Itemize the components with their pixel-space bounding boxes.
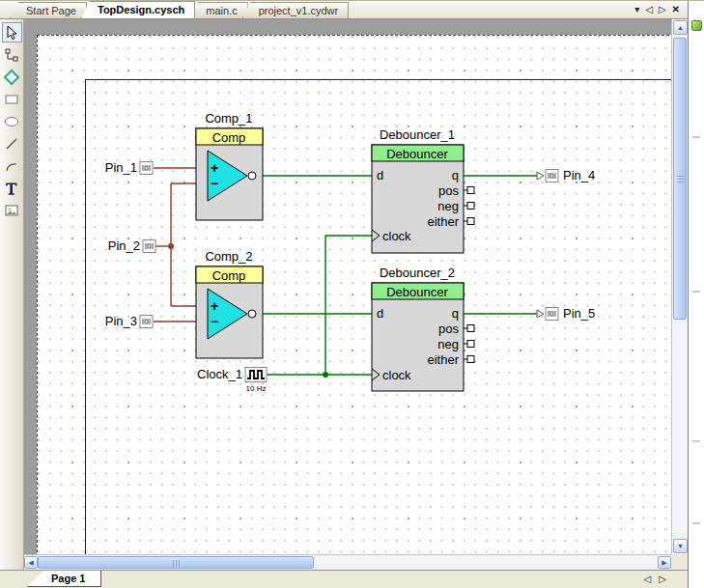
page-nav-controls: ◁ ▷: [644, 574, 666, 584]
close-icon[interactable]: ✕: [672, 3, 680, 16]
deb1-port-clock: clock: [382, 229, 411, 243]
schematic-editor-window: Start Page TopDesign.cysch main.c projec…: [0, 0, 704, 588]
nav-back-icon[interactable]: ◁: [645, 3, 653, 16]
ellipse-icon: [4, 114, 19, 129]
deb2-port-q: q: [452, 306, 459, 321]
tab-list-dropdown-icon[interactable]: ▾: [634, 3, 639, 16]
panel-mark: [692, 522, 700, 524]
text-tool-button[interactable]: [2, 178, 22, 198]
comp2-minus-input: −: [211, 314, 218, 329]
nav-forward-icon[interactable]: ▷: [659, 3, 666, 16]
deb1-port-pos: pos: [438, 183, 459, 198]
scroll-up-button[interactable]: ▲: [673, 20, 688, 35]
page-forward-icon[interactable]: ▷: [659, 574, 666, 584]
component-pin1[interactable]: Pin_1: [105, 160, 153, 175]
panel-mark: [692, 136, 700, 138]
pin5-icon: [546, 308, 558, 321]
diamond-tool-button[interactable]: [2, 67, 22, 87]
image-tool-button[interactable]: [2, 200, 22, 220]
schematic-canvas[interactable]: Comp_1 Comp + − Comp_2 Comp + −: [24, 19, 671, 554]
page-tab-strip: Page 1 ◁ ▷: [0, 570, 688, 588]
deb1-unconnected-terminals: [464, 187, 474, 225]
pin1-icon: [140, 162, 153, 175]
pin2-label: Pin_2: [108, 238, 140, 253]
component-debouncer1[interactable]: Debouncer_1 Debouncer d q pos neg either…: [372, 127, 474, 253]
arc-icon: [4, 158, 19, 174]
rectangle-tool-button[interactable]: [2, 89, 22, 109]
pin4-label: Pin_4: [563, 168, 595, 182]
component-debouncer2[interactable]: Debouncer_2 Debouncer d q pos neg either…: [372, 266, 474, 391]
image-icon: [4, 203, 19, 218]
ellipse-tool-button[interactable]: [2, 111, 22, 131]
scroll-right-button[interactable]: ▶: [658, 556, 671, 569]
deb1-instance-label: Debouncer_1: [380, 127, 455, 142]
pin3-label: Pin_3: [105, 314, 137, 328]
deb2-port-d: d: [377, 306, 383, 321]
comp1-plus-input: +: [211, 160, 218, 176]
component-clock1[interactable]: Clock_1 10 Hz: [197, 367, 267, 393]
horizontal-scrollbar[interactable]: ◀ ▶: [24, 554, 671, 570]
clock1-frequency-label: 10 Hz: [246, 384, 267, 393]
deb2-port-clock: clock: [382, 368, 411, 382]
diamond-icon: [3, 69, 20, 86]
comp1-type-label: Comp: [212, 130, 246, 145]
comp1-output-terminal: [248, 172, 256, 180]
deb2-unconnected-terminals: [464, 325, 474, 363]
deb1-port-neg: neg: [437, 199, 459, 213]
line-tool-button[interactable]: [2, 133, 22, 154]
component-comp1[interactable]: Comp_1 Comp + −: [196, 111, 263, 220]
horizontal-scroll-thumb[interactable]: [38, 556, 314, 569]
scroll-left-button[interactable]: ◀: [24, 556, 38, 569]
comp1-instance-label: Comp_1: [205, 111, 252, 126]
component-pin4[interactable]: Pin_4: [537, 168, 595, 182]
page-back-icon[interactable]: ◁: [644, 574, 652, 584]
tab-start-page[interactable]: Start Page: [10, 2, 87, 18]
component-pin2[interactable]: Pin_2: [108, 238, 155, 253]
scroll-up-icon: ▲: [677, 24, 684, 31]
clock1-icon: [245, 368, 267, 382]
pin4-sink-triangle-icon: [537, 172, 544, 180]
tab-project-cydwr[interactable]: project_v1.cydwr: [242, 2, 350, 18]
scroll-left-icon: ◀: [28, 559, 33, 567]
component-pin3[interactable]: Pin_3: [105, 314, 153, 328]
comp2-output-terminal: [248, 310, 256, 318]
comp1-minus-input: −: [211, 176, 218, 191]
arc-tool-button[interactable]: [2, 155, 22, 176]
component-pin5[interactable]: Pin_5: [537, 306, 595, 321]
scroll-right-icon: ▶: [662, 559, 666, 567]
deb2-port-neg: neg: [437, 337, 459, 351]
panel-mark: [692, 440, 700, 442]
pin4-icon: [546, 170, 558, 182]
tab-main-c[interactable]: main.c: [189, 2, 247, 18]
comp2-type-label: Comp: [212, 268, 246, 283]
select-tool-button[interactable]: [2, 22, 22, 42]
adjacent-panel-edge: [688, 1, 704, 588]
deb2-port-pos: pos: [438, 322, 459, 336]
comp2-instance-label: Comp_2: [205, 249, 252, 264]
drawing-tool-palette: [0, 19, 24, 570]
deb2-port-either: either: [427, 352, 459, 367]
rectangle-icon: [4, 92, 19, 107]
tab-topdesign-cysch[interactable]: TopDesign.cysch: [81, 1, 195, 18]
deb1-port-either: either: [427, 214, 459, 229]
deb1-port-q: q: [452, 168, 459, 182]
clock1-label: Clock_1: [197, 367, 242, 381]
page-tab-page1[interactable]: Page 1: [27, 571, 101, 587]
document-tab-bar: Start Page TopDesign.cysch main.c projec…: [0, 1, 688, 19]
deb1-type-label: Debouncer: [386, 147, 448, 161]
pin1-label: Pin_1: [105, 160, 137, 175]
vertical-scrollbar[interactable]: ▲ ▼: [671, 19, 688, 554]
vertical-scroll-thumb[interactable]: [673, 38, 687, 320]
scroll-down-button[interactable]: ▼: [673, 539, 688, 553]
pin2-icon: [143, 240, 155, 253]
component-comp2[interactable]: Comp_2 Comp + −: [196, 249, 263, 358]
thumb-grip: [176, 560, 177, 567]
digital-junction-dot: [323, 372, 328, 378]
pin5-sink-triangle-icon: [537, 310, 544, 318]
text-tool-icon: [4, 181, 19, 196]
wire-tool-button[interactable]: [2, 44, 22, 65]
wire-clock-deb1[interactable]: [325, 236, 372, 375]
scrollbar-corner: [671, 554, 688, 570]
select-arrow-icon: [4, 25, 19, 41]
scroll-down-icon: ▼: [677, 543, 684, 549]
